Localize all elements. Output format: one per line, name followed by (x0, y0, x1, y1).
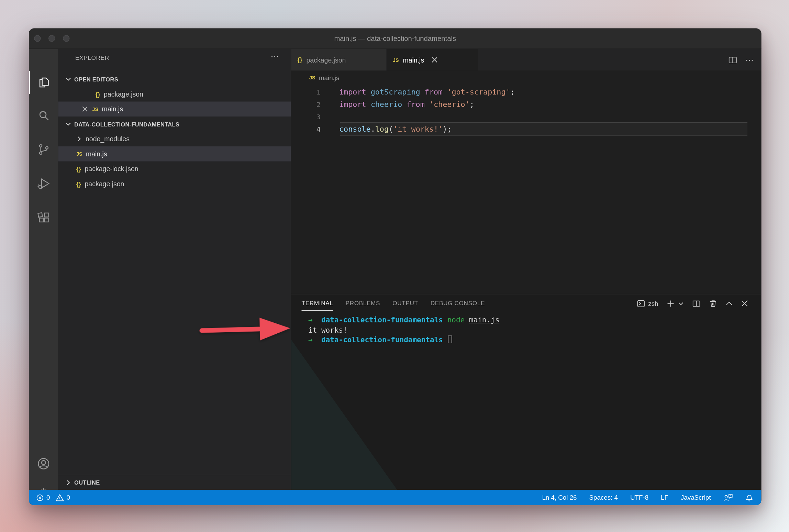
terminal-line: it works! (308, 325, 347, 334)
tree-item-package-json[interactable]: {} package.json (58, 176, 291, 191)
json-file-icon: {} (76, 165, 81, 173)
line-number: 2 (291, 98, 321, 110)
line-number: 4 (291, 123, 321, 135)
tree-item-label: node_modules (86, 135, 130, 143)
tab-label: package.json (307, 56, 346, 64)
code-editor[interactable]: 1 import gotScraping from 'got-scraping'… (291, 85, 762, 294)
js-file-icon: JS (92, 106, 98, 112)
terminal-output[interactable]: → data-collection-fundamentals node main… (308, 315, 499, 345)
extensions-icon[interactable] (29, 205, 58, 232)
close-panel-icon[interactable] (741, 300, 748, 307)
code-text: import gotScraping from 'got-scraping'; (339, 86, 515, 98)
terminal-prompt-icon (637, 300, 645, 307)
close-icon[interactable] (82, 106, 90, 112)
js-file-icon: JS (309, 75, 315, 81)
open-editor-label: package.json (104, 90, 143, 98)
js-file-icon: JS (76, 151, 82, 157)
source-control-icon[interactable] (29, 136, 58, 163)
launch-profile-chevron-icon[interactable] (678, 301, 684, 306)
search-icon[interactable] (29, 102, 58, 129)
explorer-icon[interactable] (29, 69, 58, 96)
indentation[interactable]: Spaces: 4 (589, 494, 618, 501)
error-icon (36, 494, 44, 501)
json-file-icon: {} (76, 180, 81, 187)
explorer-sidebar: EXPLORER ⋯ OPEN EDITORS {} package.json … (58, 49, 291, 490)
terminal-cursor (448, 336, 452, 344)
language-mode[interactable]: JavaScript (681, 494, 711, 501)
warning-icon (56, 494, 64, 501)
code-text: import cheerio from 'cheerio'; (339, 98, 474, 110)
window-title: main.js — data-collection-fundamentals (29, 29, 762, 49)
open-editor-main-js[interactable]: JS main.js (58, 102, 291, 117)
line-number: 1 (291, 86, 321, 98)
open-editor-package-json[interactable]: {} package.json (58, 87, 291, 102)
tab-debug-console[interactable]: DEBUG CONSOLE (431, 295, 485, 313)
terminal-line: → data-collection-fundamentals node main… (308, 315, 499, 324)
tab-main-js[interactable]: JS main.js (387, 49, 478, 71)
tree-item-node-modules[interactable]: node_modules (58, 132, 291, 147)
tree-item-package-lock[interactable]: {} package-lock.json (58, 162, 291, 177)
line-number: 3 (291, 110, 321, 123)
shell-label: zsh (648, 300, 658, 307)
chevron-down-icon (66, 76, 71, 82)
chevron-right-icon (66, 480, 71, 486)
chevron-right-icon (76, 136, 82, 142)
tab-package-json[interactable]: {} package.json (291, 49, 387, 71)
vscode-window: main.js — data-collection-fundamentals (29, 29, 762, 506)
terminal-line: → data-collection-fundamentals (308, 336, 452, 344)
sidebar-title: EXPLORER (75, 55, 109, 61)
tree-item-main-js[interactable]: JS main.js (58, 146, 291, 162)
tree-item-label: package-lock.json (85, 165, 138, 173)
tab-terminal[interactable]: TERMINAL (302, 295, 333, 313)
cursor-position[interactable]: Ln 4, Col 26 (542, 494, 577, 501)
tree-item-label: main.js (86, 150, 107, 158)
split-terminal-icon[interactable] (692, 300, 701, 307)
editor-tabstrip: {} package.json JS main.js ⋯ (291, 49, 762, 71)
shell-selector[interactable]: zsh (637, 300, 658, 307)
outline-section-header[interactable]: OUTLINE (58, 475, 291, 490)
breadcrumb-item: main.js (319, 74, 339, 81)
tab-problems[interactable]: PROBLEMS (346, 295, 380, 313)
tab-label: main.js (403, 56, 424, 64)
breadcrumb[interactable]: JS main.js (291, 71, 762, 85)
code-text: console.log('it works!'); (339, 123, 452, 135)
feedback-icon[interactable] (723, 494, 733, 502)
annotation-arrow (197, 315, 293, 344)
run-debug-icon[interactable] (29, 170, 58, 197)
project-section-header[interactable]: DATA-COLLECTION-FUNDAMENTALS (58, 117, 291, 132)
titlebar[interactable]: main.js — data-collection-fundamentals (29, 29, 762, 49)
code-line: 1 import gotScraping from 'got-scraping'… (291, 86, 762, 98)
open-editors-header[interactable]: OPEN EDITORS (58, 72, 291, 87)
js-file-icon: JS (393, 57, 399, 63)
maximize-panel-icon[interactable] (726, 301, 733, 306)
split-editor-icon[interactable] (729, 56, 737, 64)
encoding[interactable]: UTF-8 (630, 494, 648, 501)
code-line: 2 import cheerio from 'cheerio'; (291, 98, 762, 110)
explorer-more-actions-icon[interactable]: ⋯ (271, 51, 280, 61)
terminal-watermark (291, 336, 400, 490)
desktop: main.js — data-collection-fundamentals (0, 0, 789, 532)
code-line: 4 console.log('it works!'); (291, 123, 762, 135)
editor-more-actions-icon[interactable]: ⋯ (745, 55, 754, 65)
close-icon[interactable] (431, 57, 437, 63)
open-editor-label: main.js (102, 105, 123, 113)
tab-output[interactable]: OUTPUT (392, 295, 418, 313)
error-count: 0 (46, 494, 50, 501)
problems-summary[interactable]: 0 0 (36, 494, 70, 501)
chevron-down-icon (66, 121, 71, 127)
account-icon[interactable] (29, 450, 58, 477)
json-file-icon: {} (298, 56, 302, 64)
new-terminal-icon[interactable] (667, 300, 674, 307)
tree-item-label: package.json (85, 180, 124, 188)
panel-tabs: TERMINAL PROBLEMS OUTPUT DEBUG CONSOLE (291, 295, 485, 313)
eol-sequence[interactable]: LF (661, 494, 668, 501)
terminal-panel: TERMINAL PROBLEMS OUTPUT DEBUG CONSOLE z… (291, 294, 762, 490)
code-line: 3 (291, 110, 762, 123)
json-file-icon: {} (96, 90, 100, 98)
notifications-bell-icon[interactable] (745, 494, 753, 502)
status-bar: 0 0 Ln 4, Col 26 Spaces: 4 UTF-8 LF Java… (29, 490, 762, 505)
kill-terminal-icon[interactable] (709, 300, 717, 308)
project-name-label: DATA-COLLECTION-FUNDAMENTALS (74, 121, 179, 127)
open-editors-label: OPEN EDITORS (74, 76, 118, 82)
outline-label: OUTLINE (74, 479, 100, 486)
